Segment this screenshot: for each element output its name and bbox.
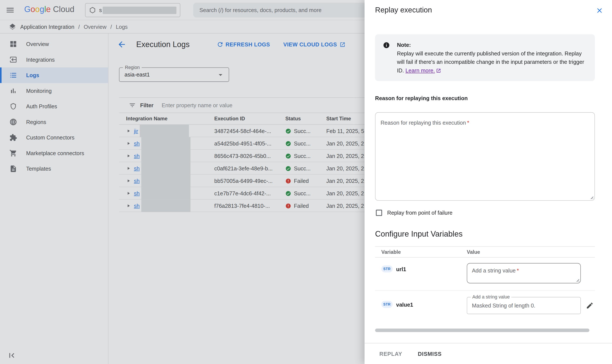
value-placeholder: Add a string value: [472, 267, 515, 273]
required-asterisk: *: [467, 120, 469, 126]
panel-action-bar: REPLAY DISMISS: [364, 343, 612, 364]
replay-from-failure-row: Replay from point of failure: [376, 210, 453, 216]
panel-title: Replay execution: [375, 6, 432, 14]
google-cloud-console: G o o g l e Cloud s Application Integrat…: [0, 0, 612, 364]
reason-section-heading: Reason for replaying this execution: [375, 95, 468, 101]
url1-value-textarea[interactable]: Add a string value*: [467, 263, 581, 283]
note-heading: Note:: [397, 42, 411, 48]
configure-input-variables-heading: Configure Input Variables: [375, 230, 463, 238]
replay-from-failure-label: Replay from point of failure: [387, 210, 452, 216]
reason-placeholder: Reason for replaying this execution: [380, 120, 466, 126]
variable-row-value1: STR value1 Add a string value Masked Str…: [375, 291, 595, 323]
resize-grip-icon[interactable]: [589, 195, 593, 199]
variable-type-badge: STR: [381, 301, 392, 308]
value-field-label: Add a string value: [471, 294, 511, 299]
learn-more-link[interactable]: Learn more.: [405, 67, 435, 74]
reason-textarea[interactable]: Reason for replaying this execution*: [375, 112, 595, 201]
external-link-icon: [436, 68, 441, 73]
column-header-value: Value: [467, 249, 595, 255]
input-variables-table: Variable Value STR url1 Add a string val…: [375, 246, 595, 323]
info-icon: [383, 42, 390, 75]
replay-button[interactable]: REPLAY: [376, 348, 405, 360]
edit-pencil-icon[interactable]: [586, 302, 594, 309]
masked-value-text: Masked String of length 0.: [472, 302, 535, 309]
variable-name: value1: [396, 302, 413, 308]
value1-value-field[interactable]: Add a string value Masked String of leng…: [467, 297, 581, 314]
horizontal-scrollbar[interactable]: [375, 328, 589, 332]
variables-header-row: Variable Value: [375, 247, 595, 258]
resize-grip-icon[interactable]: [575, 278, 579, 282]
column-header-variable: Variable: [375, 249, 467, 255]
replay-execution-panel: Replay execution Note: Replay will execu…: [364, 0, 612, 364]
close-icon[interactable]: [596, 7, 603, 14]
variable-type-badge: STR: [381, 265, 392, 273]
required-asterisk: *: [517, 267, 519, 273]
note-callout: Note: Replay will execute the currently …: [375, 34, 595, 81]
modal-scrim: [0, 0, 364, 364]
dismiss-button[interactable]: DISMISS: [415, 348, 445, 360]
replay-from-failure-checkbox[interactable]: [376, 210, 382, 216]
variable-row-url1: STR url1 Add a string value*: [375, 258, 595, 291]
variable-name: url1: [396, 266, 406, 273]
